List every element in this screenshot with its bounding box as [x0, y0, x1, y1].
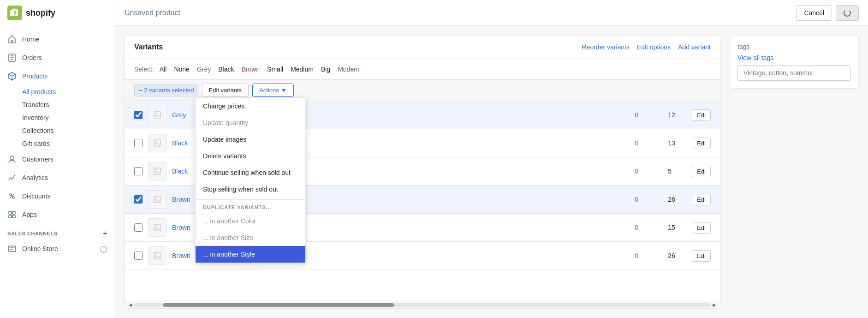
sidebar-subitem-inventory[interactable]: Inventory	[0, 111, 115, 124]
variant-edit-3[interactable]: Edi	[692, 166, 711, 177]
sidebar-subitem-all-products[interactable]: All products	[0, 85, 115, 98]
scroll-right-icon[interactable]: ▶	[711, 302, 718, 307]
dropdown-in-another-color[interactable]: ... in another Color	[196, 213, 305, 229]
variant-checkbox-2[interactable]	[134, 139, 143, 147]
select-row: Select: All None Grey Black Brown Small …	[125, 59, 720, 80]
variant-price-1: 0	[635, 111, 662, 119]
shopify-logo-text: shopify	[26, 8, 55, 18]
sidebar-subitem-gift-cards[interactable]: Gift cards	[0, 137, 115, 150]
dropdown-continue-selling[interactable]: Continue selling when sold out	[196, 164, 305, 181]
svg-rect-0	[7, 6, 22, 20]
dropdown-delete-variants[interactable]: Delete variants	[196, 148, 305, 164]
select-medium-tag[interactable]: Medium	[289, 65, 315, 74]
discounts-icon	[7, 192, 17, 201]
sidebar-item-apps[interactable]: Apps	[0, 205, 115, 224]
sidebar-item-products[interactable]: Products	[0, 67, 115, 85]
sidebar-item-orders[interactable]: Orders	[0, 48, 115, 67]
sidebar-subitem-collections[interactable]: Collections	[0, 124, 115, 137]
svg-rect-14	[154, 168, 161, 174]
select-grey-tag[interactable]: Grey	[195, 65, 213, 74]
dropdown-change-prices[interactable]: Change prices	[196, 98, 305, 114]
analytics-icon	[7, 173, 17, 182]
deselect-icon[interactable]: −	[138, 87, 142, 94]
sidebar-item-customers-label: Customers	[22, 156, 54, 163]
horizontal-scrollbar[interactable]: ◀ ▶	[125, 301, 720, 308]
svg-rect-9	[8, 246, 16, 252]
scroll-left-icon[interactable]: ◀	[127, 302, 134, 307]
variant-edit-6[interactable]: Edi	[692, 250, 711, 262]
variant-edit-5[interactable]: Edi	[692, 222, 711, 234]
variant-checkbox-6[interactable]	[134, 252, 143, 260]
variant-edit-1[interactable]: Edi	[692, 109, 711, 121]
svg-rect-6	[12, 211, 15, 214]
dropdown-in-another-style[interactable]: ... in another Style	[196, 246, 305, 263]
tags-label: tags	[737, 43, 851, 50]
variants-title: Variants	[134, 43, 163, 51]
view-all-tags-link[interactable]: View all tags	[737, 54, 851, 61]
dropdown-duplicate-label: DUPLICATE VARIANTS...	[196, 202, 305, 213]
select-small-tag[interactable]: Small	[265, 65, 285, 74]
add-variant-link[interactable]: Add variant	[678, 43, 711, 51]
variant-checkbox-4[interactable]	[134, 195, 143, 204]
svg-point-15	[155, 169, 157, 171]
sidebar-item-online-store[interactable]: Online Store ◯	[0, 240, 115, 258]
actions-dropdown: Change prices Update quantity Update ima…	[195, 97, 306, 263]
select-big-tag[interactable]: Big	[319, 65, 332, 74]
select-modern-tag[interactable]: Modern	[336, 65, 361, 74]
variant-image-6	[148, 246, 166, 265]
svg-rect-16	[154, 196, 161, 203]
sidebar-item-discounts-label: Discounts	[22, 192, 50, 200]
sidebar-item-discounts[interactable]: Discounts	[0, 187, 115, 205]
sidebar-item-customers[interactable]: Customers	[0, 150, 115, 168]
dropdown-stop-selling[interactable]: Stop selling when sold out	[196, 181, 305, 198]
svg-rect-20	[154, 252, 161, 259]
sidebar-navigation: Home Orders Products All products Transf…	[0, 26, 115, 318]
sidebar-item-home[interactable]: Home	[0, 30, 115, 48]
select-none-tag[interactable]: None	[172, 65, 191, 74]
variant-checkbox-1[interactable]	[134, 111, 143, 119]
variant-edit-2[interactable]: Edi	[692, 138, 711, 149]
dropdown-update-images[interactable]: Update images	[196, 131, 305, 148]
tags-input[interactable]	[737, 65, 851, 81]
variant-price-4: 0	[635, 196, 662, 203]
sidebar-item-analytics[interactable]: Analytics	[0, 168, 115, 187]
variant-image-3	[148, 162, 166, 180]
svg-point-21	[155, 254, 157, 255]
sidebar-item-online-store-label: Online Store	[22, 245, 58, 252]
online-store-settings-icon[interactable]: ◯	[100, 245, 107, 252]
content-area: Variants Reorder variants Edit options A…	[115, 26, 868, 318]
variant-qty-4: 26	[668, 196, 686, 203]
svg-point-4	[12, 197, 14, 198]
scroll-thumb[interactable]	[163, 303, 394, 307]
variant-price-5: 0	[635, 224, 662, 231]
variant-image-1	[148, 106, 166, 124]
bulk-actions-row: − 2 variants selected Edit variants Acti…	[125, 80, 720, 101]
sidebar-subitem-transfers[interactable]: Transfers	[0, 98, 115, 111]
variant-checkbox-3[interactable]	[134, 167, 143, 175]
variants-panel: Variants Reorder variants Edit options A…	[125, 35, 720, 309]
svg-rect-10	[154, 112, 161, 118]
save-button[interactable]	[836, 5, 859, 21]
svg-point-2	[10, 156, 14, 160]
variant-qty-6: 26	[668, 252, 686, 259]
add-sales-channel-icon[interactable]: +	[103, 229, 107, 238]
variant-checkbox-5[interactable]	[134, 223, 143, 232]
edit-options-link[interactable]: Edit options	[637, 43, 671, 51]
variant-image-4	[148, 190, 166, 209]
page-title: Unsaved product	[125, 9, 180, 17]
edit-variants-button[interactable]: Edit variants	[202, 84, 249, 97]
select-brown-tag[interactable]: Brown	[239, 65, 262, 74]
select-all-tag[interactable]: All	[158, 65, 169, 74]
reorder-variants-link[interactable]: Reorder variants	[582, 43, 630, 51]
actions-button[interactable]: Actions ▼	[252, 84, 294, 97]
variant-image-5	[148, 218, 166, 237]
online-store-icon	[7, 244, 17, 253]
dropdown-in-another-size[interactable]: ... in another Size	[196, 229, 305, 246]
cancel-button[interactable]: Cancel	[796, 5, 832, 21]
topbar-actions: Cancel	[796, 5, 859, 21]
variant-qty-5: 15	[668, 224, 686, 231]
apps-icon	[7, 210, 17, 219]
select-black-tag[interactable]: Black	[216, 65, 236, 74]
svg-point-17	[155, 198, 157, 199]
variant-edit-4[interactable]: Edi	[692, 194, 711, 205]
